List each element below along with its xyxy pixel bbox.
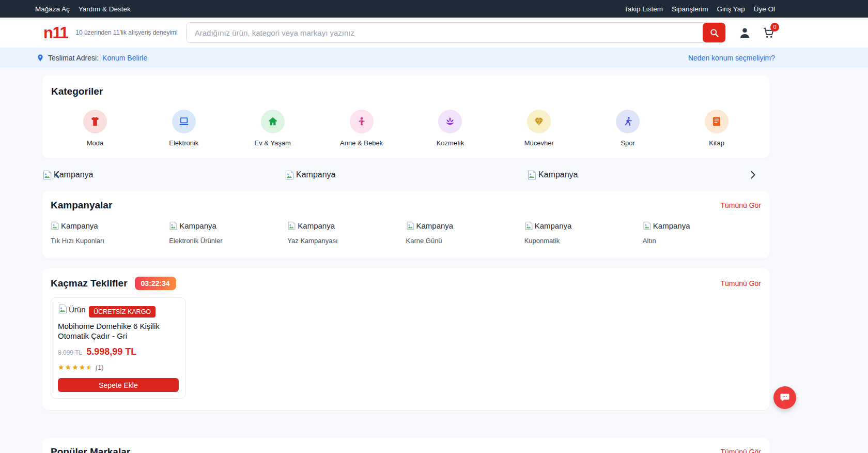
product-image-alt: Ürün — [69, 305, 86, 314]
user-icon — [738, 26, 751, 39]
orders-link[interactable]: Siparişlerim — [672, 5, 708, 13]
search-button[interactable] — [703, 23, 725, 42]
campaign-caption: Altın — [643, 237, 761, 245]
n11-logo[interactable]: n11 — [43, 25, 68, 41]
add-to-cart-button[interactable]: Sepete Ekle — [58, 378, 179, 392]
campaign-item[interactable]: Kampanya Altın — [643, 221, 761, 245]
deals-title: Kaçmaz Teklifler — [51, 278, 128, 289]
campaigns-grid: Kampanya Tık Hızı Kuponları Kampanya Ele… — [51, 221, 761, 245]
account-button[interactable] — [738, 26, 751, 39]
popular-brands-title: Popüler Markalar — [51, 446, 130, 453]
category-item-elektronik[interactable]: Elektronik — [140, 110, 228, 147]
chevron-right-icon — [747, 169, 758, 180]
campaign-item[interactable]: Kampanya Yaz Kampanyası — [287, 221, 406, 245]
flower-icon — [438, 110, 462, 133]
product-image-area: Ürün ÜCRETSİZ KARGO — [58, 304, 179, 318]
set-location-link[interactable]: Konum Belirle — [102, 54, 147, 62]
popular-brands-section: Popüler Markalar Tümünü Gör — [42, 438, 769, 453]
category-item-ev-yasam[interactable]: Ev & Yaşam — [228, 110, 317, 147]
review-count: (1) — [96, 364, 104, 371]
broken-image-icon — [643, 221, 652, 230]
campaign-caption: Kuponmatik — [524, 237, 643, 245]
top-utility-bar: Mağaza Aç Yardım & Destek Takip Listem S… — [0, 0, 868, 18]
search-bar — [186, 22, 726, 43]
free-shipping-badge: ÜCRETSİZ KARGO — [89, 306, 156, 318]
star-icon: ★ — [72, 363, 79, 371]
baby-icon — [350, 110, 374, 133]
campaigns-see-all-link[interactable]: Tümünü Gör — [720, 201, 761, 209]
campaign-item[interactable]: Kampanya Karne Günü — [406, 221, 524, 245]
category-item-mucevher[interactable]: Mücevher — [494, 110, 583, 147]
campaign-image-alt: Kampanya — [61, 221, 98, 230]
category-label: Elektronik — [169, 139, 198, 147]
category-item-kozmetik[interactable]: Kozmetik — [406, 110, 495, 147]
why-location-link[interactable]: Neden konum seçmeliyim? — [688, 54, 775, 62]
product-rating: ★★★★★★ (1) — [58, 363, 179, 371]
delivery-address-label: Teslimat Adresi: — [48, 54, 99, 62]
broken-image-icon — [285, 170, 295, 180]
campaign-image-alt: Kampanya — [653, 221, 690, 230]
campaign-image-alt: Kampanya — [535, 221, 572, 230]
runner-icon — [616, 110, 640, 133]
campaign-image-alt: Kampanya — [179, 221, 216, 230]
hero-slide-alt-text: Kampanya — [538, 170, 578, 179]
home-icon — [261, 110, 285, 133]
campaign-caption: Yaz Kampanyası — [287, 237, 406, 245]
site-header: n11 10 üzerinden 11'lik alışveriş deneyi… — [0, 18, 868, 48]
broken-image-icon: Ürün — [58, 304, 86, 314]
chevron-left-icon — [52, 170, 63, 180]
hero-slide[interactable]: Kampanya — [527, 170, 769, 180]
category-item-spor[interactable]: Spor — [583, 110, 672, 147]
header-actions: 0 — [738, 26, 775, 39]
topbar-right-links: Takip Listem Siparişlerim Giriş Yap Üye … — [624, 5, 775, 13]
broken-image-icon — [406, 221, 415, 230]
campaign-item[interactable]: Kampanya Tık Hızı Kuponları — [51, 221, 169, 245]
tshirt-icon — [83, 110, 107, 133]
location-pin-icon — [36, 54, 44, 62]
hero-slide[interactable]: Kampanya — [42, 170, 285, 180]
campaigns-title: Kampanyalar — [51, 200, 112, 211]
broken-image-icon — [287, 221, 296, 230]
product-old-price: 8.099 TL — [58, 349, 82, 356]
category-item-anne-bebek[interactable]: Anne & Bebek — [317, 110, 406, 147]
campaign-image-alt: Kampanya — [416, 221, 454, 230]
category-label: Kitap — [709, 139, 724, 147]
star-icon: ★ — [58, 363, 65, 371]
open-store-link[interactable]: Mağaza Aç — [35, 5, 70, 13]
cart-button[interactable]: 0 — [762, 26, 775, 39]
star-icon: ★ — [79, 363, 86, 371]
login-link[interactable]: Giriş Yap — [717, 5, 745, 13]
campaign-image-alt: Kampanya — [298, 221, 335, 230]
broken-image-icon — [524, 221, 533, 230]
half-star-icon: ★★ — [86, 363, 92, 371]
campaign-item[interactable]: Kampanya Kuponmatik — [524, 221, 643, 245]
countdown-timer-badge: 03:22:34 — [135, 277, 176, 290]
campaign-caption: Tık Hızı Kuponları — [51, 237, 169, 245]
watchlist-link[interactable]: Takip Listem — [624, 5, 663, 13]
carousel-next-button[interactable] — [747, 169, 758, 180]
delivery-location-bar: Teslimat Adresi: Konum Belirle Neden kon… — [0, 48, 868, 68]
product-card[interactable]: Ürün ÜCRETSİZ KARGO Mobihome Domehike 6 … — [51, 297, 186, 399]
book-icon — [705, 110, 729, 133]
category-item-moda[interactable]: Moda — [51, 110, 140, 147]
hero-slide[interactable]: Kampanya — [285, 170, 527, 180]
broken-image-icon — [51, 221, 59, 230]
help-support-link[interactable]: Yardım & Destek — [79, 5, 131, 13]
register-link[interactable]: Üye Ol — [754, 5, 775, 13]
broken-image-icon — [169, 221, 178, 230]
category-label: Spor — [621, 139, 634, 147]
categories-grid: Moda Elektronik Ev & Yaşam Anne & Bebek — [51, 110, 761, 147]
categories-title: Kategoriler — [51, 86, 761, 97]
laptop-icon — [172, 110, 196, 133]
product-title: Mobihome Domehike 6 Kişilik Otomatik Çad… — [58, 321, 179, 341]
search-input[interactable] — [187, 23, 703, 42]
deals-see-all-link[interactable]: Tümünü Gör — [720, 279, 761, 288]
category-item-kitap[interactable]: Kitap — [672, 110, 761, 147]
category-label: Anne & Bebek — [340, 139, 383, 147]
category-label: Ev & Yaşam — [255, 139, 291, 147]
carousel-prev-button[interactable] — [52, 170, 63, 180]
brands-see-all-link[interactable]: Tümünü Gör — [720, 448, 761, 453]
chat-button[interactable] — [773, 386, 796, 409]
hero-banner-carousel: Kampanya Kampanya Kampanya — [42, 164, 769, 185]
campaign-item[interactable]: Kampanya Elektronik Ürünler — [169, 221, 287, 245]
